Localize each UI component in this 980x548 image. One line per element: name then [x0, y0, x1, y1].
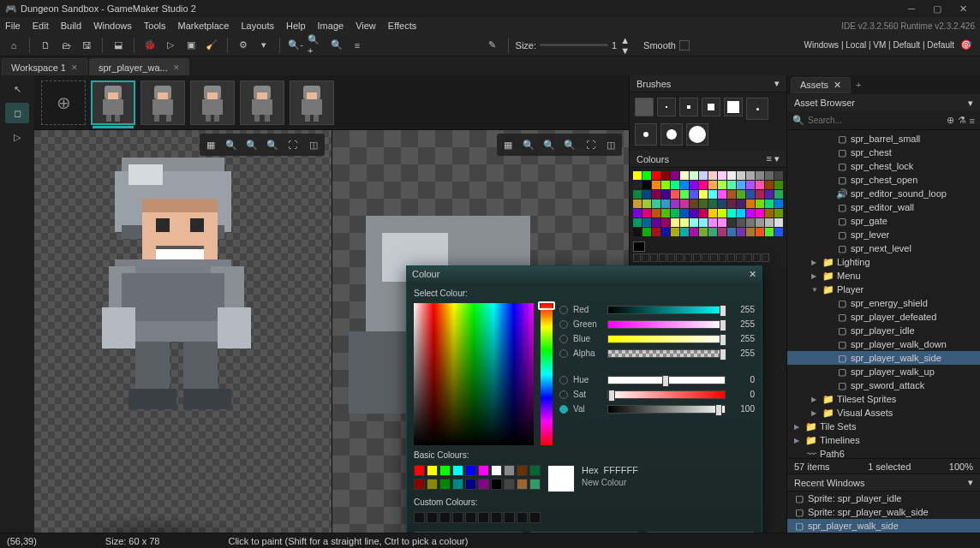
brush-preset[interactable]	[679, 98, 698, 116]
channel-radio[interactable]	[559, 349, 568, 358]
swatch[interactable]	[661, 218, 670, 227]
custom-swatch[interactable]	[504, 512, 515, 523]
swatch[interactable]	[690, 190, 698, 199]
frame-thumbnail[interactable]	[190, 80, 235, 125]
swatch[interactable]	[718, 228, 726, 236]
swatch[interactable]	[699, 218, 708, 227]
tree-item[interactable]: ▢spr_barrel_small	[787, 132, 980, 146]
tree-item[interactable]: ▢spr_editor_wall	[787, 200, 980, 214]
workspace-tab[interactable]: spr_player_wa...✕	[89, 58, 189, 75]
chevron-down-icon[interactable]: ▾	[968, 477, 973, 488]
target-label[interactable]: Windows | Local | VM | Default | Default	[804, 40, 954, 50]
channel-radio[interactable]	[559, 320, 568, 329]
close-button[interactable]: ✕	[951, 1, 975, 16]
swatch[interactable]	[774, 218, 783, 227]
basic-swatch[interactable]	[529, 479, 541, 490]
swatch[interactable]	[642, 209, 651, 217]
swatch-empty[interactable]	[727, 253, 735, 262]
menu-layouts[interactable]: Layouts	[241, 21, 274, 31]
menu-windows[interactable]: Windows	[93, 21, 132, 31]
recent-item[interactable]: ▢spr_player_walk_side	[787, 519, 980, 533]
swatch[interactable]	[737, 200, 745, 208]
swatch[interactable]	[633, 171, 642, 180]
tree-item[interactable]: ▢spr_player_walk_up	[787, 365, 980, 378]
swatch[interactable]	[661, 200, 670, 208]
clean-icon[interactable]: 🧹	[203, 37, 220, 54]
size-up[interactable]: ▲	[620, 35, 630, 45]
swatch-empty[interactable]	[744, 253, 752, 262]
custom-swatch[interactable]	[427, 512, 438, 523]
swatch[interactable]	[708, 200, 717, 208]
swatch[interactable]	[765, 200, 774, 208]
tree-item[interactable]: ▶📁Tileset Sprites	[787, 392, 980, 406]
menu-image[interactable]: Image	[318, 21, 344, 31]
menu-icon[interactable]: ≡	[970, 116, 975, 126]
swatch[interactable]	[699, 190, 708, 199]
swatch[interactable]	[690, 200, 698, 208]
split-icon[interactable]: ◫	[305, 136, 322, 153]
zoom-out-icon[interactable]: 🔍-	[287, 37, 304, 54]
swatch[interactable]	[671, 218, 679, 227]
swatch-empty[interactable]	[642, 253, 649, 262]
package-icon[interactable]: ⬓	[110, 37, 127, 54]
size-down[interactable]: ▼	[620, 45, 630, 56]
tree-item[interactable]: ▶📁Visual Assets	[787, 406, 980, 420]
target-icon[interactable]: 🎯	[958, 37, 975, 54]
swatch[interactable]	[652, 190, 660, 199]
swatch[interactable]	[671, 171, 679, 180]
swatch[interactable]	[671, 190, 679, 199]
swatch[interactable]	[737, 181, 745, 189]
settings-icon[interactable]: ⚙	[235, 37, 252, 54]
swatch[interactable]	[633, 228, 642, 236]
channel-slider[interactable]	[607, 349, 726, 358]
tree-item[interactable]: ▢spr_lever	[787, 228, 980, 241]
swatch[interactable]	[680, 228, 689, 236]
swatch[interactable]	[652, 181, 660, 189]
custom-swatch[interactable]	[529, 512, 541, 523]
fullscreen-icon[interactable]: ⛶	[284, 136, 302, 153]
swatch[interactable]	[756, 171, 764, 180]
swatch[interactable]	[756, 200, 764, 208]
swatch[interactable]	[699, 181, 708, 189]
brush-preset[interactable]	[635, 98, 654, 116]
basic-swatch[interactable]	[491, 479, 502, 490]
menu-build[interactable]: Build	[61, 21, 81, 31]
brush-preset[interactable]	[686, 123, 708, 146]
swatch[interactable]	[765, 171, 774, 180]
align-icon[interactable]: ≡	[349, 37, 366, 54]
swatch-empty[interactable]	[719, 253, 726, 262]
close-icon[interactable]: ✕	[749, 269, 756, 280]
swatch[interactable]	[680, 181, 689, 189]
close-icon[interactable]: ✕	[173, 63, 180, 72]
add-tab-button[interactable]: +	[851, 80, 866, 90]
swatch-empty[interactable]	[659, 253, 666, 262]
swatch[interactable]	[727, 200, 736, 208]
channel-radio[interactable]	[559, 306, 568, 314]
basic-swatch[interactable]	[427, 479, 438, 490]
swatch[interactable]	[690, 228, 698, 236]
swatch[interactable]	[661, 171, 670, 180]
maximize-button[interactable]: ▢	[925, 1, 949, 16]
stop-icon[interactable]: ▣	[182, 37, 200, 54]
basic-swatch[interactable]	[452, 479, 463, 490]
close-icon[interactable]: ✕	[71, 63, 78, 72]
swatch[interactable]	[642, 200, 651, 208]
tree-item[interactable]: ▶📁Timelines	[787, 433, 980, 447]
basic-swatch[interactable]	[414, 465, 425, 476]
close-icon[interactable]: ✕	[834, 80, 841, 91]
channel-radio[interactable]	[559, 376, 568, 384]
swatch[interactable]	[718, 200, 726, 208]
tree-item[interactable]: ▢spr_energy_shield	[787, 296, 980, 310]
filter-icon[interactable]: ⚗	[958, 115, 966, 126]
cursor-tool-icon[interactable]: ↖	[5, 79, 29, 99]
swatch[interactable]	[708, 190, 717, 199]
swatch[interactable]	[690, 209, 698, 217]
frame-thumbnail[interactable]	[91, 80, 135, 125]
swatch[interactable]	[699, 228, 708, 236]
custom-swatch[interactable]	[465, 512, 476, 523]
swatch[interactable]	[727, 209, 736, 217]
channel-radio[interactable]	[559, 335, 568, 343]
frame-thumbnail[interactable]	[240, 80, 284, 125]
swatch[interactable]	[718, 209, 726, 217]
swatch[interactable]	[652, 228, 660, 236]
